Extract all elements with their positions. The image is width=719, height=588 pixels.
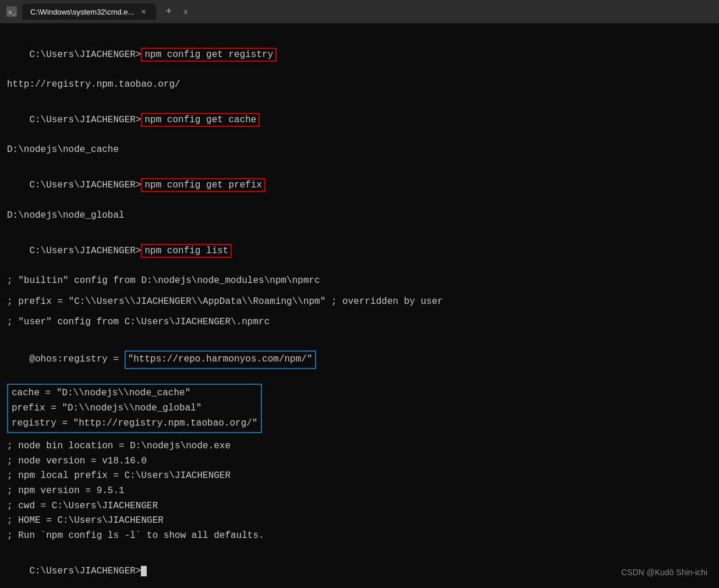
terminal-line: D:\nodejs\node_global (7, 208, 712, 224)
cmd-highlight-red: npm config get registry (141, 48, 277, 62)
prompt: C:\Users\JIACHENGER> (29, 49, 141, 60)
cmd-highlight-red-3: npm config get prefix (141, 178, 265, 192)
cursor (141, 566, 147, 576)
terminal-line: http://registry.npm.taobao.org/ (7, 77, 712, 93)
cmd-highlight-red-2: npm config get cache (141, 113, 260, 127)
terminal-line-cursor: C:\Users\JIACHENGER> (7, 549, 712, 588)
prompt: C:\Users\JIACHENGER> (29, 115, 141, 125)
terminal-body: C:\Users\JIACHENGER>npm config get regis… (0, 23, 719, 588)
prompt: C:\Users\JIACHENGER> (29, 180, 141, 190)
terminal-line: ; node version = v18.16.0 (7, 454, 712, 469)
terminal-line: ; HOME = C:\Users\JIACHENGER (7, 513, 712, 529)
terminal-line: D:\nodejs\node_cache (7, 143, 712, 158)
tab-label: C:\Windows\system32\cmd.e... (30, 8, 134, 16)
new-tab-button[interactable]: + (161, 6, 176, 17)
active-tab[interactable]: C:\Windows\system32\cmd.e... ✕ (22, 3, 156, 20)
terminal-line: ; prefix = "C:\\Users\\JIACHENGER\\AppDa… (7, 295, 712, 310)
blue-block: cache = "D:\\nodejs\\node_cache" prefix … (7, 384, 262, 433)
terminal-line: ; node bin location = D:\nodejs\node.exe (7, 439, 712, 454)
terminal-line: @ohos:registry = "https://repo.harmonyos… (7, 336, 712, 384)
titlebar: >_ C:\Windows\system32\cmd.e... ✕ + ∨ (0, 0, 719, 23)
prompt: C:\Users\JIACHENGER> (29, 246, 141, 256)
svg-text:>_: >_ (8, 9, 16, 16)
terminal-line: C:\Users\JIACHENGER>npm config get regis… (7, 33, 712, 77)
terminal-line: ; "builtin" config from D:\nodejs\node_m… (7, 274, 712, 289)
prompt-final: C:\Users\JIACHENGER> (29, 566, 141, 576)
tab-close-icon[interactable]: ✕ (139, 7, 148, 16)
terminal-line: cache = "D:\\nodejs\\node_cache" (12, 386, 257, 401)
terminal-line: registry = "http://registry.npm.taobao.o… (12, 416, 257, 431)
cmd-highlight-red-4: npm config list (141, 244, 232, 258)
terminal-line: C:\Users\JIACHENGER>npm config list (7, 229, 712, 274)
terminal-line: ; Run `npm config ls -l` to show all def… (7, 529, 712, 544)
terminal-line: C:\Users\JIACHENGER>npm config get cache (7, 98, 712, 143)
terminal-icon: >_ (6, 6, 17, 17)
ohos-registry-label: @ohos:registry = (29, 354, 124, 364)
ohos-registry-value: "https://repo.harmonyos.com/npm/" (125, 350, 316, 369)
watermark: CSDN @Kudō Shin-ichi (621, 566, 707, 579)
terminal-line: ; npm version = 9.5.1 (7, 484, 712, 499)
terminal-line: C:\Users\JIACHENGER>npm config get prefi… (7, 164, 712, 208)
terminal-line: ; cwd = C:\Users\JIACHENGER (7, 499, 712, 514)
terminal-line: ; "user" config from C:\Users\JIACHENGER… (7, 315, 712, 330)
terminal-line: ; npm local prefix = C:\Users\JIACHENGER (7, 469, 712, 484)
tab-dropdown-icon[interactable]: ∨ (181, 8, 190, 16)
terminal-line: prefix = "D:\\nodejs\\node_global" (12, 401, 257, 416)
